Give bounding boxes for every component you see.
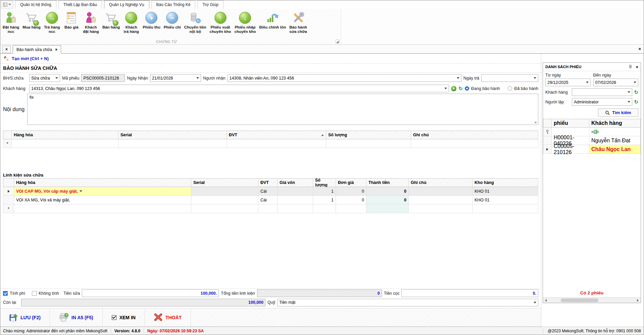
cell-serial[interactable] [191, 196, 258, 204]
chevron-down-icon[interactable] [634, 82, 636, 83]
cell-hang-hoa[interactable] [12, 139, 118, 148]
toolbar-khach-tra-hang[interactable]: ← Khách trả hàng [121, 10, 141, 34]
repair-fee-field[interactable]: 100,000. [82, 289, 219, 297]
toolbar-bao-gia[interactable]: Báo giá [62, 10, 81, 30]
cell-cost[interactable] [278, 196, 313, 204]
filter-cell-khach-hang[interactable]: aBc [589, 128, 641, 136]
chevron-down-icon[interactable] [55, 77, 58, 79]
cell-qty[interactable] [313, 204, 336, 213]
toolbar-phieu-nhap-chuyen-kho[interactable]: ↓ Phiếu nhập chuyển kho [233, 10, 258, 34]
refresh-customer-icon[interactable]: ↻ [458, 86, 463, 91]
checked-checkbox-icon[interactable] [112, 315, 116, 320]
window-menu-button[interactable] [1, 1, 13, 8]
scrollbar-thumb[interactable] [561, 298, 598, 302]
create-new-link[interactable]: Tạo mới (Ctrl + N) [12, 56, 49, 61]
fund-combo[interactable]: Tiền mặt [277, 299, 538, 306]
deposit-field[interactable]: 0. [401, 289, 538, 297]
cell-product[interactable]: VOI XA MG, Vòi xả máy giặt, [14, 196, 191, 204]
cell-warehouse[interactable]: KHO 01 [473, 187, 538, 196]
toolbar-dieu-chinh-ton[interactable]: Điều chỉnh tồn [257, 10, 288, 30]
panel-close-icon[interactable]: × [636, 64, 638, 69]
cell-price[interactable]: 0 [336, 187, 366, 196]
col-header-dvt[interactable]: ĐVT [258, 178, 278, 187]
cell-so-luong[interactable] [326, 139, 411, 148]
cell-customer[interactable]: Châu Ngọc Lan [589, 145, 641, 154]
chevron-down-icon[interactable] [444, 88, 447, 89]
type-combo[interactable]: Sửa chữa [29, 74, 60, 82]
panel-customer-combo[interactable] [572, 88, 632, 96]
cell-ghi-chu[interactable] [411, 139, 538, 148]
cell-qty[interactable]: 1 [313, 187, 336, 196]
menu-tab-quan-tri-he-thong[interactable]: Quản trị hệ thống [15, 0, 56, 9]
refresh-icon[interactable]: ↻ [634, 90, 638, 95]
search-button[interactable]: Tìm kiếm [598, 108, 638, 117]
toolbar-mua-hang[interactable]: ↓ Mua hàng [21, 10, 42, 30]
cell-amount[interactable]: 0 [366, 187, 409, 196]
cell-cost[interactable] [278, 187, 313, 196]
refresh-icon[interactable]: ↻ [634, 99, 638, 104]
toolbar-bao-hanh-sua-chua[interactable]: Bảo hành sửa chữa [288, 10, 308, 34]
cell-warehouse[interactable]: KHO 01 [473, 196, 538, 204]
menu-tab-tro-giup[interactable]: Trợ Giúp [197, 0, 223, 9]
cell-note[interactable] [409, 187, 473, 196]
toolbar-chuyen-tien-noi-bo[interactable]: ↻ Chuyển tiền nội bộ [183, 10, 208, 34]
chevron-down-icon[interactable] [457, 77, 459, 79]
creator-combo[interactable]: Administrator [572, 98, 632, 106]
close-all-tabs-button[interactable]: × [2, 46, 11, 53]
no-fee-checkbox[interactable] [32, 291, 37, 296]
cell-customer[interactable]: Nguyễn Tấn Đạt [589, 136, 641, 145]
print-a5-button[interactable]: ? IN A5 (F5) [50, 308, 103, 326]
to-date-picker[interactable]: 07/02/2026 [593, 79, 639, 86]
cell-warehouse[interactable] [473, 204, 538, 213]
toolbar-phieu-xuat-chuyen-kho[interactable]: ↑ Phiếu xuất chuyển kho [208, 10, 233, 34]
chevron-down-icon[interactable] [80, 190, 82, 192]
menu-tab-quan-ly-nghiep-vu[interactable]: Quản Lý Nghiệp Vụ [104, 0, 149, 9]
from-date-picker[interactable]: 29/12/2025 [545, 79, 591, 86]
tabstrip-close-icon[interactable]: × [638, 46, 641, 51]
cell-serial[interactable] [191, 204, 258, 213]
menu-tab-bao-cao-thong-ke[interactable]: Báo Cáo Thống Kê [151, 0, 196, 9]
code-field[interactable]: PSC00005-210126 [81, 74, 125, 82]
return-date-picker[interactable] [481, 74, 538, 82]
col-header-don-gia[interactable]: Đơn giá [336, 178, 366, 187]
col-header-dvt[interactable]: ĐVT [227, 131, 326, 139]
cell-cost[interactable] [278, 204, 313, 213]
fee-checkbox[interactable] [3, 291, 8, 296]
pin-icon[interactable] [629, 65, 632, 69]
receiver-combo[interactable]: 14308, Nhân viên An, 090 123 456 [228, 74, 461, 82]
content-textarea[interactable]: fix [27, 94, 538, 125]
radio-dang-bao-hanh[interactable] [465, 86, 469, 91]
cell-unit[interactable]: Cái [258, 187, 278, 196]
col-header-so-luong[interactable]: Số lượng [326, 131, 411, 139]
col-header-khach-hang[interactable]: Khách hàng [589, 119, 641, 128]
chevron-down-icon[interactable] [586, 82, 589, 83]
col-header-serial[interactable]: Serial [118, 131, 227, 139]
cell-qty[interactable]: 1 [313, 196, 336, 204]
col-header-kho-hang[interactable]: Kho hàng [473, 178, 538, 187]
scroll-right-icon[interactable] [635, 298, 641, 303]
cell-amount[interactable] [366, 204, 409, 213]
scroll-left-icon[interactable] [543, 298, 549, 303]
toolbar-tra-hang-ncc[interactable]: → Trả hàng ncc [42, 10, 62, 34]
cell-unit[interactable] [258, 204, 278, 213]
cell-price[interactable]: 0 [336, 196, 366, 204]
radio-da-bao-hanh[interactable] [508, 86, 512, 91]
toolbar-phieu-chi[interactable]: − Phiếu chi [162, 10, 183, 30]
preview-print-toggle[interactable]: XEM IN [103, 308, 145, 326]
col-header-gia-von[interactable]: Giá vốn [278, 178, 313, 187]
chevron-down-icon[interactable] [628, 101, 630, 103]
exit-button[interactable]: THOÁT [145, 308, 191, 326]
col-header-hang-hoa[interactable]: Hàng hóa [14, 178, 191, 187]
add-customer-icon[interactable]: + [451, 86, 456, 91]
menu-tab-thiet-lap-ban-dau[interactable]: Thiết Lập Ban Đầu [58, 0, 102, 9]
tab-bao-hanh-sua-chua[interactable]: Bảo hành sửa chữa × [13, 45, 61, 54]
chevron-down-icon[interactable] [534, 302, 536, 303]
receive-date-picker[interactable]: 21/01/2026 [150, 74, 201, 82]
cell-note[interactable] [409, 204, 473, 213]
cell-code[interactable]: C00005-210126 [552, 145, 589, 154]
col-header-ghi-chu[interactable]: Ghi chú [409, 178, 473, 187]
cell-product[interactable]: VOI CAP MG, Vòi cấp máy giặt, [14, 187, 191, 196]
col-header-hang-hoa[interactable]: Hàng hóa [12, 131, 118, 139]
cell-dvt[interactable] [227, 139, 326, 148]
cell-serial[interactable] [118, 139, 227, 148]
